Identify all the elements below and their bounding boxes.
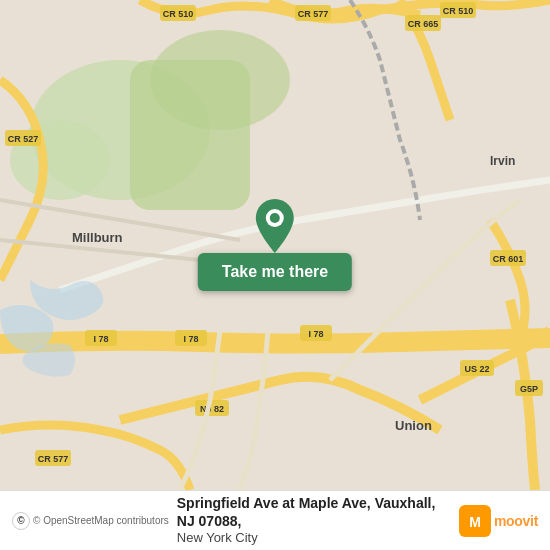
svg-text:M: M (469, 514, 481, 530)
svg-text:CR 510: CR 510 (443, 6, 474, 16)
svg-text:CR 601: CR 601 (493, 254, 524, 264)
svg-text:I 78: I 78 (93, 334, 108, 344)
svg-text:CR 577: CR 577 (298, 9, 329, 19)
svg-text:CR 510: CR 510 (163, 9, 194, 19)
map-area: I 78 I 78 I 78 NJ 82 CR 577 US 22 G5P CR… (0, 0, 550, 490)
svg-text:US 22: US 22 (464, 364, 489, 374)
address: Springfield Ave at Maple Ave, Vauxhall, … (177, 494, 451, 530)
map-pin (251, 199, 299, 255)
take-me-there-button[interactable]: Take me there (198, 253, 352, 291)
svg-text:I 78: I 78 (308, 329, 323, 339)
osm-label: © OpenStreetMap contributors (33, 515, 169, 526)
button-overlay: Take me there (198, 199, 352, 291)
moovit-icon: M (459, 505, 491, 537)
footer-bar: © © OpenStreetMap contributors Springfie… (0, 490, 550, 550)
svg-point-4 (150, 30, 290, 130)
svg-point-35 (270, 213, 280, 223)
svg-text:CR 665: CR 665 (408, 19, 439, 29)
city: New York City (177, 530, 451, 547)
svg-text:Irvin: Irvin (490, 154, 515, 168)
svg-text:G5P: G5P (520, 384, 538, 394)
moovit-branding: M moovit (459, 505, 538, 537)
svg-text:NJ 82: NJ 82 (200, 404, 224, 414)
svg-text:I 78: I 78 (183, 334, 198, 344)
svg-text:Millburn: Millburn (72, 230, 123, 245)
location-info: Springfield Ave at Maple Ave, Vauxhall, … (177, 494, 451, 547)
svg-text:Union: Union (395, 418, 432, 433)
osm-icon: © (12, 512, 30, 530)
moovit-label: moovit (494, 513, 538, 529)
svg-text:CR 527: CR 527 (8, 134, 39, 144)
osm-attribution: © © OpenStreetMap contributors (12, 512, 169, 530)
svg-text:CR 577: CR 577 (38, 454, 69, 464)
